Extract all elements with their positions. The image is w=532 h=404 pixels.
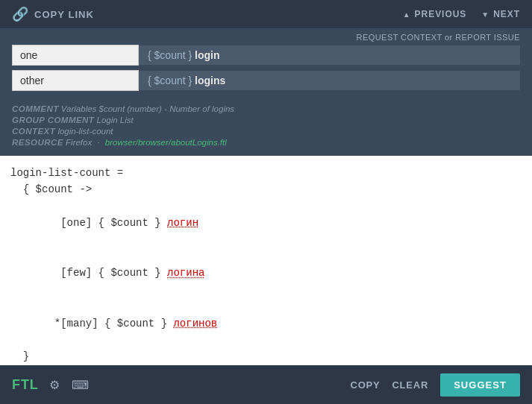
editor-line-5-russian: логинов (173, 318, 217, 329)
resource-brand: Firefox (66, 138, 92, 147)
chevron-down-icon: ▼ (481, 10, 489, 19)
plural-one-input[interactable] (12, 45, 139, 66)
context-value: login-list-count (57, 127, 113, 136)
meta-info: COMMENT Variables $count (number) - Numb… (0, 97, 532, 156)
group-value: Login List (97, 116, 134, 124)
request-bar: REQUEST CONTEXT or REPORT ISSUE (0, 28, 532, 45)
resource-path-link[interactable]: browser/browser/aboutLogins.ftl (105, 138, 227, 147)
copy-link-button[interactable]: COPY LINK (34, 9, 94, 20)
chevron-up-icon: ▲ (403, 10, 411, 19)
bottom-left: FTL ⚙ ⌨ (12, 376, 90, 394)
next-button[interactable]: ▼ NEXT (481, 9, 520, 19)
editor-line-3-pre: [one] { $count } (36, 217, 167, 229)
table-row: { $count } login (12, 45, 520, 66)
editor-line-4: [few] { $count } логина (10, 248, 522, 298)
top-bar-right: ▲ PREVIOUS ▼ NEXT (403, 9, 520, 19)
table-row: { $count } logins (12, 70, 520, 91)
keyboard-button[interactable]: ⌨ (70, 376, 90, 394)
context-label: CONTEXT (12, 127, 55, 136)
comment-value: Variables $count (number) - Number of lo… (61, 104, 234, 113)
editor-line-5-pre: *[many] { $count } (36, 318, 174, 329)
clear-button[interactable]: CLEAR (392, 379, 428, 391)
editor-line-3: [one] { $count } логин (10, 198, 522, 248)
link-icon: 🔗 (12, 6, 28, 22)
copy-button[interactable]: COPY (350, 379, 380, 391)
meta-resource-row: RESOURCE Firefox · browser/browser/about… (12, 138, 520, 147)
previous-button[interactable]: ▲ PREVIOUS (403, 9, 467, 19)
plural-one-value: { $count } login (139, 45, 520, 65)
meta-context-row: CONTEXT login-list-count (12, 127, 520, 136)
word-login: login (195, 49, 219, 61)
suggest-button[interactable]: SUGGEST (440, 373, 520, 397)
word-logins: logins (195, 75, 225, 86)
resource-label: RESOURCE (12, 138, 63, 147)
comment-label: COMMENT (12, 104, 59, 113)
request-context-link[interactable]: REQUEST CONTEXT or REPORT ISSUE (357, 33, 520, 42)
editor-line-1: login-list-count = (10, 165, 522, 181)
editor-line-6: } (10, 348, 522, 364)
var-count-one: { $count } (148, 49, 192, 61)
meta-comment-row: COMMENT Variables $count (number) - Numb… (12, 104, 520, 113)
editor-line-3-russian: логин (167, 217, 198, 229)
middle-section: REQUEST CONTEXT or REPORT ISSUE { $count… (0, 28, 532, 156)
top-bar: 🔗 COPY LINK ▲ PREVIOUS ▼ NEXT (0, 0, 532, 28)
editor-line-4-pre: [few] { $count } (36, 267, 167, 279)
ftl-badge: FTL (12, 377, 39, 393)
bottom-right: COPY CLEAR SUGGEST (350, 373, 520, 397)
translation-rows: { $count } login { $count } logins (0, 45, 532, 97)
editor-line-5: *[many] { $count } логинов (10, 298, 522, 348)
resource-dot: · (97, 138, 101, 147)
editor-line-4-russian: логина (167, 267, 204, 279)
settings-button[interactable]: ⚙ (48, 376, 61, 394)
editor-line-2: { $count -> (10, 181, 522, 198)
var-count-other: { $count } (148, 75, 192, 86)
bottom-bar: FTL ⚙ ⌨ COPY CLEAR SUGGEST (0, 365, 532, 404)
plural-other-input[interactable] (12, 70, 139, 91)
plural-other-value: { $count } logins (139, 71, 520, 90)
top-bar-left: 🔗 COPY LINK (12, 6, 94, 22)
editor-area[interactable]: login-list-count = { $count -> [one] { $… (0, 156, 532, 365)
group-label: GROUP COMMENT (12, 116, 94, 124)
meta-group-row: GROUP COMMENT Login List (12, 116, 520, 124)
